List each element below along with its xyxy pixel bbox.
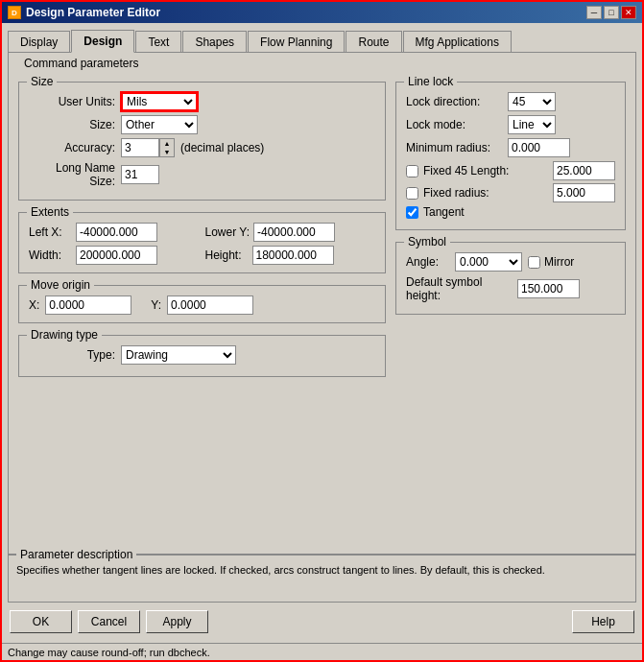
button-row: OK Cancel Apply Help <box>8 606 636 637</box>
extents-grid: Left X: -40000.000 Lower Y: -40000.000 W… <box>29 223 375 265</box>
left-x-item: Left X: -40000.000 <box>29 223 200 242</box>
spin-down-button[interactable]: ▼ <box>160 148 174 156</box>
extents-group-title: Extents <box>27 205 73 219</box>
size-select[interactable]: Other A B C <box>121 115 198 134</box>
drawing-type-title: Drawing type <box>27 328 102 342</box>
fixed-radius-row: Fixed radius: 5.000 <box>406 183 615 202</box>
long-name-label: Long Name Size: <box>29 161 115 188</box>
mirror-label: Mirror <box>544 255 574 269</box>
size-group: Size User Units: Mils Inches Centimeters… <box>18 82 386 201</box>
apply-button[interactable]: Apply <box>146 610 208 633</box>
symbol-group-title: Symbol <box>404 235 450 248</box>
origin-y: Y: 0.0000 <box>151 296 253 315</box>
lock-mode-row: Lock mode: Line Arc <box>406 115 615 134</box>
long-name-input[interactable]: 31 <box>121 165 159 184</box>
lower-y-item: Lower Y: -40000.000 <box>205 223 376 242</box>
tab-flow-planning[interactable]: Flow Planning <box>248 31 345 53</box>
lock-mode-label: Lock mode: <box>406 118 502 131</box>
angle-select[interactable]: 0.000 45.000 90.000 135.000 180.000 <box>455 252 522 272</box>
line-lock-title: Line lock <box>404 75 457 88</box>
default-height-label: Default symbol height: <box>406 275 512 302</box>
size-label: Size: <box>29 118 115 131</box>
title-bar-left: D Design Parameter Editor <box>8 6 160 19</box>
lock-mode-select[interactable]: Line Arc <box>508 115 556 134</box>
tab-content: Command parameters Size User Units: Mils… <box>8 52 636 555</box>
tab-text[interactable]: Text <box>135 31 181 53</box>
mirror-container: Mirror <box>528 255 574 269</box>
cancel-button[interactable]: Cancel <box>78 610 140 633</box>
tangent-checkbox[interactable] <box>406 206 418 219</box>
symbol-group: Symbol Angle: 0.000 45.000 90.000 135.00… <box>395 242 626 315</box>
height-input[interactable]: 180000.000 <box>252 246 334 265</box>
fixed-radius-checkbox[interactable] <box>406 187 418 200</box>
tab-shapes[interactable]: Shapes <box>182 31 247 53</box>
long-name-row: Long Name Size: 31 <box>29 161 375 188</box>
width-input[interactable]: 200000.000 <box>76 246 157 265</box>
accuracy-note: (decimal places) <box>180 141 264 154</box>
move-origin-row: X: 0.0000 Y: 0.0000 <box>29 296 375 315</box>
accuracy-spinner: 3 ▲ ▼ <box>121 138 175 157</box>
fixed-radius-label: Fixed radius: <box>423 186 548 200</box>
close-button[interactable]: ✕ <box>621 6 636 19</box>
mirror-checkbox[interactable] <box>528 256 540 269</box>
title-controls: ─ □ ✕ <box>586 6 636 19</box>
spin-controls: ▲ ▼ <box>159 138 175 157</box>
user-units-select[interactable]: Mils Inches Centimeters Millimeters <box>121 92 198 111</box>
fixed45-checkbox[interactable] <box>406 165 418 177</box>
y-input[interactable]: 0.0000 <box>167 296 253 315</box>
tangent-label: Tangent <box>423 205 465 219</box>
min-radius-input[interactable]: 0.000 <box>508 138 570 157</box>
drawing-type-group: Drawing type Type: Drawing Module Packag… <box>18 335 386 377</box>
lock-dir-select[interactable]: 45 90 Any <box>508 92 556 111</box>
default-height-row: Default symbol height: 150.000 <box>406 275 615 302</box>
move-origin-title: Move origin <box>27 278 94 292</box>
x-input[interactable]: 0.0000 <box>45 296 131 315</box>
spin-up-button[interactable]: ▲ <box>160 139 174 148</box>
tab-display[interactable]: Display <box>8 31 70 53</box>
x-label: X: <box>29 298 39 312</box>
status-bar: Change may cause round-off; run dbcheck. <box>2 643 642 660</box>
left-buttons: OK Cancel Apply <box>10 610 208 633</box>
fixed45-input[interactable]: 25.000 <box>553 161 615 180</box>
y-label: Y: <box>151 298 161 312</box>
fixed-radius-input[interactable]: 5.000 <box>553 183 615 202</box>
size-group-title: Size <box>27 75 57 88</box>
height-item: Height: 180000.000 <box>205 246 376 265</box>
type-label: Type: <box>29 348 115 362</box>
type-select[interactable]: Drawing Module Package Symbol Mechanical… <box>121 345 236 365</box>
accuracy-input[interactable]: 3 <box>121 138 159 157</box>
tab-mfg-apps[interactable]: Mfg Applications <box>403 31 512 53</box>
help-button[interactable]: Help <box>572 610 634 633</box>
lock-dir-row: Lock direction: 45 90 Any <box>406 92 615 111</box>
maximize-button[interactable]: □ <box>604 6 619 19</box>
size-row: Size: Other A B C <box>29 115 375 134</box>
default-height-input[interactable]: 150.000 <box>517 279 580 298</box>
min-radius-row: Minimum radius: 0.000 <box>406 138 615 157</box>
tab-design[interactable]: Design <box>71 30 134 53</box>
app-icon: D <box>8 6 21 19</box>
extents-group: Extents Left X: -40000.000 Lower Y: -400… <box>18 212 386 273</box>
left-x-label: Left X: <box>29 225 72 239</box>
min-radius-label: Minimum radius: <box>406 141 502 154</box>
window-body: Display Design Text Shapes Flow Planning… <box>2 23 642 643</box>
window-title: Design Parameter Editor <box>26 6 160 19</box>
lower-y-input[interactable]: -40000.000 <box>253 223 335 242</box>
user-units-row: User Units: Mils Inches Centimeters Mill… <box>29 92 375 111</box>
command-params-label: Command parameters <box>24 57 138 70</box>
left-x-input[interactable]: -40000.000 <box>76 223 157 242</box>
bottom-section: Parameter description Specifies whether … <box>8 555 636 637</box>
width-label: Width: <box>29 248 72 262</box>
right-column: Line lock Lock direction: 45 90 Any Lock… <box>395 76 626 544</box>
fixed45-label: Fixed 45 Length: <box>423 164 548 177</box>
user-units-label: User Units: <box>29 95 115 108</box>
move-origin-group: Move origin X: 0.0000 Y: 0.0000 <box>18 285 386 323</box>
lower-y-label: Lower Y: <box>205 225 250 239</box>
main-window: D Design Parameter Editor ─ □ ✕ Display … <box>0 0 644 662</box>
minimize-button[interactable]: ─ <box>586 6 602 19</box>
ok-button[interactable]: OK <box>10 610 72 633</box>
left-column: Size User Units: Mils Inches Centimeters… <box>18 76 386 544</box>
param-desc-box: Parameter description Specifies whether … <box>8 555 636 603</box>
fixed45-row: Fixed 45 Length: 25.000 <box>406 161 615 180</box>
tangent-row: Tangent <box>406 205 615 219</box>
tab-route[interactable]: Route <box>346 31 401 53</box>
